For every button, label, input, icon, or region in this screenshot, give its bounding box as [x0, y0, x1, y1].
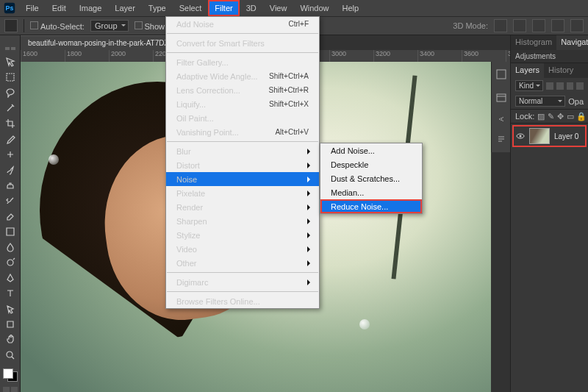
paragraph-panel-icon[interactable]: [496, 135, 506, 145]
tool-preset-icon[interactable]: [4, 19, 18, 32]
ruler-tick: 1600: [21, 50, 65, 62]
submenu-item-dust-scratches[interactable]: Dust & Scratches...: [320, 171, 422, 185]
submenu-item-reduce-noise[interactable]: Reduce Noise...: [320, 199, 422, 213]
panel-icon[interactable]: [496, 93, 506, 103]
lock-image-icon[interactable]: ✎: [548, 112, 554, 121]
magic-wand-tool[interactable]: [2, 101, 18, 115]
auto-select-label: Auto-Select:: [40, 22, 85, 31]
menu-view[interactable]: View: [263, 0, 294, 16]
gradient-tool[interactable]: [2, 225, 18, 238]
menu-item-noise[interactable]: Noise: [166, 172, 319, 186]
layer-row-layer-0[interactable]: Layer 0: [512, 125, 587, 147]
menu-item-liquify[interactable]: Liquify...Shift+Ctrl+X: [166, 97, 319, 111]
menu-item-sharpen[interactable]: Sharpen: [166, 214, 319, 228]
eraser-tool[interactable]: [2, 210, 18, 223]
submenu-item-add-noise[interactable]: Add Noise...: [320, 143, 422, 157]
menu-separator: [167, 291, 318, 292]
tab-navigator[interactable]: Navigator: [556, 35, 588, 50]
type-panel-tab[interactable]: A: [498, 116, 505, 121]
menu-separator: [167, 52, 318, 53]
tab-history[interactable]: History: [544, 63, 578, 78]
brush-tool[interactable]: [2, 163, 18, 177]
svg-rect-3: [497, 94, 506, 101]
menu-item-distort[interactable]: Distort: [166, 158, 319, 172]
layer-kind-dropdown[interactable]: Kind: [515, 80, 543, 91]
tab-layers[interactable]: Layers: [511, 63, 544, 78]
menu-filter[interactable]: Filter: [208, 0, 239, 16]
menu-image[interactable]: Image: [73, 0, 109, 16]
quick-mask-toggle[interactable]: [3, 387, 18, 392]
menu-item-vanishing-point[interactable]: Vanishing Point...Alt+Ctrl+V: [166, 125, 319, 139]
menu-item-render[interactable]: Render: [166, 200, 319, 214]
menu-item-pixelate[interactable]: Pixelate: [166, 186, 319, 200]
panel-icon[interactable]: [496, 69, 506, 79]
menu-select[interactable]: Select: [173, 0, 209, 16]
menu-type[interactable]: Type: [142, 0, 173, 16]
path-select-tool[interactable]: [2, 302, 18, 316]
filter-pixel-icon[interactable]: [546, 82, 553, 90]
lock-row: Lock: ▨ ✎ ✥ ▭ 🔒: [511, 109, 588, 124]
menu-item-blur[interactable]: Blur: [166, 144, 319, 158]
filter-adjust-icon[interactable]: [556, 82, 564, 90]
menu-item-convert-for-smart-filters[interactable]: Convert for Smart Filters: [166, 36, 319, 50]
lasso-tool[interactable]: [2, 86, 18, 99]
filter-type-icon[interactable]: [567, 82, 574, 90]
eyedropper-tool[interactable]: [2, 132, 18, 146]
menu-item-filter-gallery[interactable]: Filter Gallery...: [166, 55, 319, 69]
menu-file[interactable]: File: [19, 0, 46, 16]
lock-transparent-icon[interactable]: ▨: [537, 112, 545, 121]
navigator-tabs: Histogram Navigator: [511, 35, 588, 50]
clone-stamp-tool[interactable]: [2, 179, 18, 192]
3d-roll-button[interactable]: [513, 19, 526, 32]
show-transform-checkbox[interactable]: [135, 21, 143, 29]
filter-shape-icon[interactable]: [576, 82, 584, 90]
blend-mode-dropdown[interactable]: Normal: [515, 96, 565, 107]
visibility-eye-icon[interactable]: [516, 132, 525, 140]
menu-window[interactable]: Window: [293, 0, 335, 16]
lock-artboard-icon[interactable]: ▭: [567, 112, 574, 121]
lock-position-icon[interactable]: ✥: [557, 112, 564, 121]
ruler-tick: 3000: [329, 50, 373, 62]
app-logo-ps: Ps: [0, 0, 19, 16]
dodge-tool[interactable]: [2, 256, 18, 269]
layer-name[interactable]: Layer 0: [554, 132, 578, 140]
blur-tool[interactable]: [2, 240, 18, 254]
menu-item-digimarc[interactable]: Digimarc: [166, 275, 319, 289]
color-swatches[interactable]: [3, 368, 18, 382]
adjustments-panel-header[interactable]: Adjustments: [511, 50, 588, 63]
submenu-item-median[interactable]: Median...: [320, 185, 422, 199]
3d-zoom-button[interactable]: [570, 19, 584, 32]
3d-slide-button[interactable]: [551, 19, 564, 32]
healing-brush-tool[interactable]: [2, 148, 18, 161]
menu-item-oil-paint[interactable]: Oil Paint...: [166, 111, 319, 125]
menu-item-video[interactable]: Video: [166, 242, 319, 256]
marquee-tool[interactable]: [2, 71, 18, 84]
pen-tool[interactable]: [2, 271, 18, 285]
history-brush-tool[interactable]: [2, 194, 18, 207]
lock-all-icon[interactable]: 🔒: [577, 112, 586, 121]
type-tool[interactable]: [2, 287, 18, 300]
submenu-item-despeckle[interactable]: Despeckle: [320, 157, 422, 171]
menu-edit[interactable]: Edit: [46, 0, 73, 16]
zoom-tool[interactable]: [2, 349, 18, 362]
crop-tool[interactable]: [2, 117, 18, 130]
tab-histogram[interactable]: Histogram: [511, 35, 556, 50]
menu-3d[interactable]: 3D: [240, 0, 263, 16]
menu-layer[interactable]: Layer: [108, 0, 142, 16]
move-tool[interactable]: [2, 55, 18, 68]
layer-thumbnail: [529, 128, 550, 144]
menu-item-other[interactable]: Other: [166, 256, 319, 270]
3d-pan-button[interactable]: [532, 19, 545, 32]
menu-help[interactable]: Help: [336, 0, 366, 16]
hand-tool[interactable]: [2, 333, 18, 346]
menu-item-adaptive-wide-angle[interactable]: Adaptive Wide Angle...Shift+Ctrl+A: [166, 69, 319, 83]
menu-item-stylize[interactable]: Stylize: [166, 228, 319, 242]
rectangle-tool[interactable]: [2, 318, 18, 331]
menu-item-add-noise[interactable]: Add NoiseCtrl+F: [166, 17, 319, 31]
panel-grip[interactable]: [5, 47, 15, 50]
3d-orbit-button[interactable]: [494, 19, 507, 32]
auto-select-checkbox[interactable]: [30, 21, 38, 29]
menu-item-lens-correction[interactable]: Lens Correction...Shift+Ctrl+R: [166, 83, 319, 97]
auto-select-dropdown[interactable]: Group: [90, 20, 129, 32]
menu-item-browse-filters-online[interactable]: Browse Filters Online...: [166, 294, 319, 308]
